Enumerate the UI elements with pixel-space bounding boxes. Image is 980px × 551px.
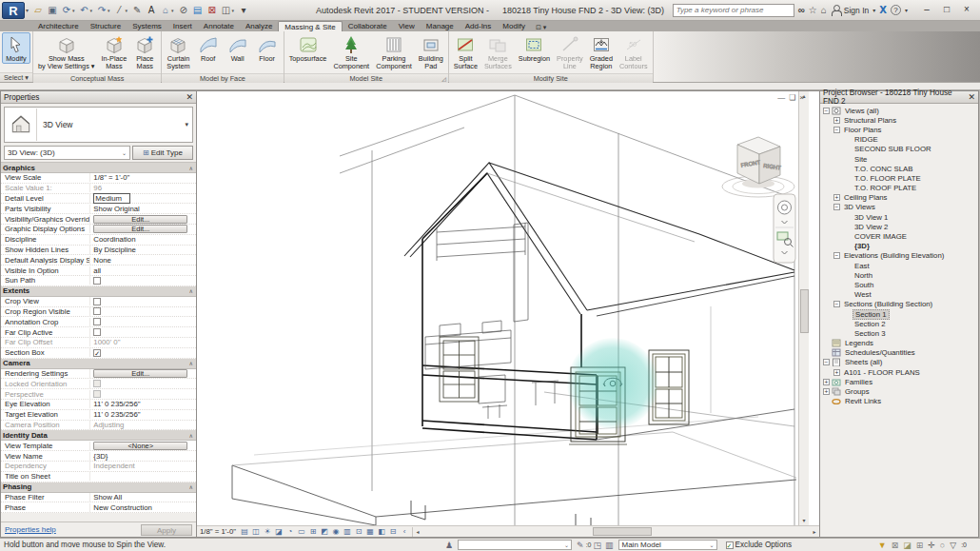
property-edit-button[interactable]: Edit...: [93, 215, 187, 224]
tree-expander-icon[interactable]: +: [823, 379, 830, 385]
help-icon[interactable]: ?: [891, 5, 901, 15]
tree-item-north[interactable]: North: [820, 270, 978, 280]
vertical-scrollbar[interactable]: ▴ ▾: [798, 91, 809, 525]
view-close-icon[interactable]: ×: [799, 93, 804, 102]
ribbon-options-caret-icon[interactable]: ⊡ ▾: [531, 24, 551, 31]
property-value[interactable]: 1/8" = 1'-0": [90, 173, 196, 182]
tab-analyze[interactable]: Analyze: [240, 21, 278, 31]
tree-item-3d-view-2[interactable]: 3D View 2: [820, 222, 978, 231]
drawing-canvas[interactable]: — ❏ ×: [197, 91, 819, 525]
collapse-icon[interactable]: ∧: [189, 165, 193, 171]
reveal-constraints-icon[interactable]: ⊟: [388, 527, 398, 537]
subscription-icon[interactable]: ⌂: [821, 4, 827, 17]
instance-selector[interactable]: 3D View: (3D)⌄: [4, 146, 130, 160]
shadows-icon[interactable]: ◪: [274, 527, 284, 537]
property-value[interactable]: None: [90, 256, 196, 265]
tree-item-3d-views[interactable]: −3D Views: [820, 203, 978, 212]
sign-in-caret-icon[interactable]: ▾: [872, 4, 875, 17]
tree-item-section-3[interactable]: Section 3: [820, 328, 978, 338]
show-analytical-model-icon[interactable]: ▦: [365, 527, 375, 537]
property-value[interactable]: [90, 328, 196, 336]
aligned-dimension-icon[interactable]: ✎: [130, 4, 144, 17]
property-value[interactable]: 1000' 0": [90, 338, 196, 346]
ribbon-button-subregion[interactable]: Subregion: [516, 32, 553, 64]
property-checkbox[interactable]: [93, 277, 101, 285]
type-selector-caret-icon[interactable]: ▾: [185, 121, 192, 128]
collapse-icon[interactable]: ∧: [189, 432, 193, 439]
property-value[interactable]: [90, 298, 196, 305]
tab-modify[interactable]: Modify: [497, 21, 531, 31]
property-value[interactable]: Edit...: [90, 215, 196, 224]
switch-windows-icon[interactable]: ◫▾: [220, 4, 237, 17]
press-drag-icon[interactable]: ✛: [928, 540, 935, 551]
property-value[interactable]: 11' 0 235/256": [90, 410, 196, 419]
rendering-dialog-icon[interactable]: ◔: [285, 527, 295, 537]
tree-item-t-o-roof-plate[interactable]: T.O. ROOF PLATE: [820, 184, 978, 193]
property-value[interactable]: Edit...: [90, 369, 196, 378]
highlight-displacement-sets-icon[interactable]: ◧: [377, 527, 386, 537]
section-header-phasing[interactable]: Phasing∧: [1, 482, 196, 493]
tree-item-groups[interactable]: +Groups: [820, 386, 978, 396]
tab-add-ins[interactable]: Add-Ins: [460, 21, 498, 31]
ribbon-button-in-place-mass[interactable]: In-Place Mass: [99, 32, 130, 72]
tree-item-east[interactable]: East: [820, 261, 978, 270]
worksets-icon[interactable]: ♟: [445, 540, 453, 551]
maximize-button[interactable]: □: [937, 3, 956, 17]
tab-systems[interactable]: Systems: [127, 21, 167, 31]
property-value[interactable]: {3D}: [90, 452, 196, 461]
property-value[interactable]: New Construction: [90, 503, 196, 512]
properties-help-link[interactable]: Properties help: [5, 525, 56, 534]
tree-expander-icon[interactable]: −: [823, 359, 830, 365]
horizontal-scroll-thumb[interactable]: [593, 527, 652, 536]
exchange-apps-icon[interactable]: ☆: [809, 4, 817, 17]
sign-in-label[interactable]: Sign In: [844, 6, 869, 15]
close-button[interactable]: ×: [957, 3, 976, 17]
property-value[interactable]: 11' 0 235/256": [90, 400, 196, 408]
property-value[interactable]: [90, 380, 196, 387]
tree-expander-icon[interactable]: +: [833, 194, 840, 201]
revit-logo[interactable]: R: [2, 2, 25, 19]
scroll-left-icon[interactable]: ◂: [413, 528, 422, 535]
tree-expander-icon[interactable]: −: [823, 108, 830, 114]
ribbon-button-show-mass-by-view-settings[interactable]: Show Mass by View Settings ▾: [35, 32, 98, 72]
tree-item-t-o-conc-slab[interactable]: T.O. CONC SLAB: [820, 164, 978, 173]
customize-qat-icon[interactable]: ▾: [237, 4, 250, 17]
app-menu-caret-icon[interactable]: ▾: [26, 7, 29, 13]
search-input[interactable]: [673, 4, 794, 17]
tree-item-schedules-quantities[interactable]: Schedules/Quantities: [820, 348, 978, 358]
property-value[interactable]: Adjusting: [90, 421, 196, 429]
tree-item-legends[interactable]: Legends: [820, 339, 978, 348]
property-value-text[interactable]: Medium: [93, 193, 130, 204]
ribbon-button-roof[interactable]: Roof: [194, 32, 223, 64]
tree-item-second-sub-floor[interactable]: SECOND SUB FLOOR: [820, 145, 978, 154]
tab-structure[interactable]: Structure: [85, 21, 127, 31]
tree-item-sheets-all[interactable]: −Sheets (all): [820, 358, 978, 367]
property-value[interactable]: <None>: [90, 442, 196, 450]
worksharing-display-icon[interactable]: ▥: [343, 527, 352, 537]
scroll-right-icon[interactable]: ▸: [810, 528, 819, 535]
tree-item-elevations-building-elevation[interactable]: −Elevations (Building Elevation): [820, 251, 978, 261]
tree-item-ridge[interactable]: RIDGE: [820, 135, 978, 145]
tree-item-structural-plans[interactable]: +Structural Plans: [820, 115, 978, 125]
collapse-icon[interactable]: ∧: [189, 483, 193, 490]
property-edit-button[interactable]: Edit...: [93, 225, 187, 233]
autodesk-exchange-icon[interactable]: Ⅹ: [879, 5, 887, 15]
redo-icon[interactable]: ↷▾: [95, 4, 112, 17]
tab-manage[interactable]: Manage: [421, 21, 460, 31]
selection-filter-icon[interactable]: ▽: [950, 540, 956, 551]
detail-level-icon[interactable]: ▤: [240, 527, 249, 537]
section-header-identity-data[interactable]: Identity Data∧: [1, 430, 196, 441]
crop-view-icon[interactable]: ▭: [297, 527, 306, 537]
sign-in-person-icon[interactable]: [831, 5, 840, 15]
minimize-button[interactable]: –: [917, 3, 936, 17]
ribbon-button-floor[interactable]: Floor: [253, 32, 282, 64]
tree-item-site[interactable]: Site: [820, 154, 978, 164]
tab-collaborate[interactable]: Collaborate: [343, 21, 393, 31]
collapse-icon[interactable]: ∧: [189, 287, 193, 294]
collapse-icon[interactable]: ‹: [400, 527, 409, 537]
tree-item-section-1[interactable]: Section 1: [820, 309, 978, 319]
collapse-icon[interactable]: ∧: [189, 360, 193, 366]
text-icon[interactable]: A: [145, 4, 158, 17]
open-file-icon[interactable]: ▱: [31, 4, 45, 17]
property-value[interactable]: Independent: [90, 462, 196, 470]
